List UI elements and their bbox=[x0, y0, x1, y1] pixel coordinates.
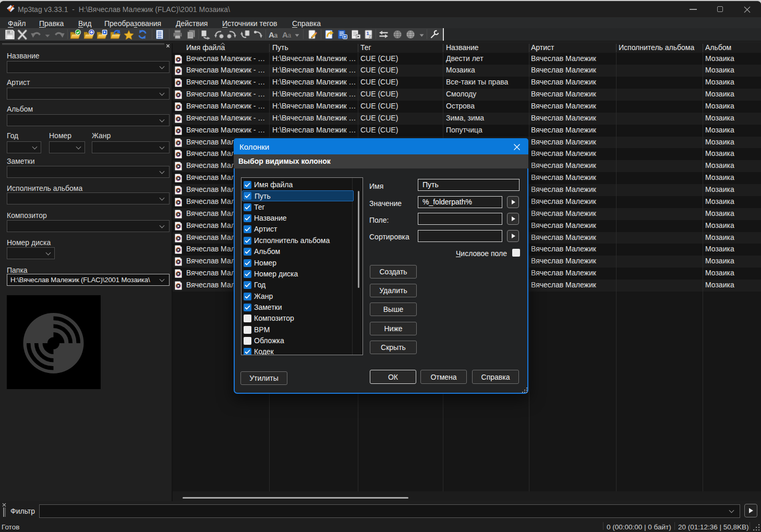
svg-text:a: a bbox=[288, 32, 292, 39]
svg-text:a: a bbox=[274, 32, 278, 39]
svg-text:A: A bbox=[282, 30, 288, 39]
svg-text:A: A bbox=[269, 30, 274, 39]
svg-text:23: 23 bbox=[369, 34, 373, 39]
